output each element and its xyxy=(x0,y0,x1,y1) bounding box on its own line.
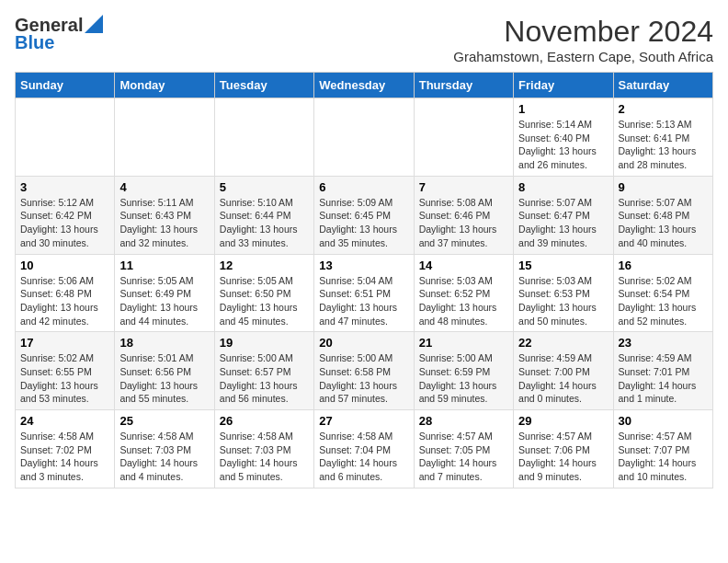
day-number: 22 xyxy=(518,336,608,350)
calendar-cell-1-5: 8Sunrise: 5:07 AM Sunset: 6:47 PM Daylig… xyxy=(514,176,613,254)
calendar-cell-2-5: 15Sunrise: 5:03 AM Sunset: 6:53 PM Dayli… xyxy=(514,254,613,332)
calendar-cell-1-0: 3Sunrise: 5:12 AM Sunset: 6:42 PM Daylig… xyxy=(16,176,115,254)
day-number: 26 xyxy=(220,414,309,428)
day-info: Sunrise: 5:14 AM Sunset: 6:40 PM Dayligh… xyxy=(518,118,608,172)
calendar-table: Sunday Monday Tuesday Wednesday Thursday… xyxy=(15,72,713,488)
day-number: 12 xyxy=(220,259,309,272)
day-info: Sunrise: 5:08 AM Sunset: 6:46 PM Dayligh… xyxy=(419,196,508,250)
day-info: Sunrise: 5:01 AM Sunset: 6:56 PM Dayligh… xyxy=(119,351,209,406)
day-info: Sunrise: 4:58 AM Sunset: 7:04 PM Dayligh… xyxy=(319,430,408,484)
header-thursday: Thursday xyxy=(414,73,513,98)
day-info: Sunrise: 5:07 AM Sunset: 6:48 PM Dayligh… xyxy=(619,196,708,250)
day-number: 15 xyxy=(518,259,608,272)
calendar-cell-4-6: 30Sunrise: 4:57 AM Sunset: 7:07 PM Dayli… xyxy=(613,410,712,488)
day-number: 6 xyxy=(319,180,408,194)
calendar-cell-4-5: 29Sunrise: 4:57 AM Sunset: 7:06 PM Dayli… xyxy=(514,410,613,488)
calendar-cell-3-6: 23Sunrise: 4:59 AM Sunset: 7:01 PM Dayli… xyxy=(613,332,712,410)
day-info: Sunrise: 5:00 AM Sunset: 6:57 PM Dayligh… xyxy=(220,351,309,406)
day-number: 20 xyxy=(319,336,408,350)
logo-triangle-icon xyxy=(85,15,103,33)
day-number: 3 xyxy=(20,180,109,194)
calendar-cell-2-0: 10Sunrise: 5:06 AM Sunset: 6:48 PM Dayli… xyxy=(16,254,115,332)
calendar-cell-4-2: 26Sunrise: 4:58 AM Sunset: 7:03 PM Dayli… xyxy=(214,410,313,488)
calendar-row-2: 10Sunrise: 5:06 AM Sunset: 6:48 PM Dayli… xyxy=(16,254,713,332)
day-info: Sunrise: 5:05 AM Sunset: 6:49 PM Dayligh… xyxy=(119,274,209,328)
day-number: 2 xyxy=(619,102,708,116)
calendar-row-3: 17Sunrise: 5:02 AM Sunset: 6:55 PM Dayli… xyxy=(16,332,713,410)
day-number: 18 xyxy=(119,336,209,350)
calendar-row-4: 24Sunrise: 4:58 AM Sunset: 7:02 PM Dayli… xyxy=(16,410,713,488)
calendar-row-0: 1Sunrise: 5:14 AM Sunset: 6:40 PM Daylig… xyxy=(16,98,713,177)
day-number: 28 xyxy=(419,414,508,428)
day-number: 19 xyxy=(220,336,309,350)
day-number: 25 xyxy=(119,414,209,428)
day-number: 5 xyxy=(220,180,309,194)
day-number: 13 xyxy=(319,259,408,272)
day-info: Sunrise: 5:05 AM Sunset: 6:50 PM Dayligh… xyxy=(220,274,309,328)
calendar-cell-4-3: 27Sunrise: 4:58 AM Sunset: 7:04 PM Dayli… xyxy=(314,410,414,488)
calendar-cell-0-4 xyxy=(414,98,513,177)
day-number: 17 xyxy=(20,336,109,350)
day-number: 7 xyxy=(419,180,508,194)
header-wednesday: Wednesday xyxy=(314,73,414,98)
day-info: Sunrise: 4:57 AM Sunset: 7:06 PM Dayligh… xyxy=(518,430,608,484)
calendar-cell-1-4: 7Sunrise: 5:08 AM Sunset: 6:46 PM Daylig… xyxy=(414,176,513,254)
day-number: 9 xyxy=(619,180,708,194)
day-number: 30 xyxy=(619,414,708,428)
calendar-cell-0-0 xyxy=(16,98,115,177)
calendar-row-1: 3Sunrise: 5:12 AM Sunset: 6:42 PM Daylig… xyxy=(16,176,713,254)
calendar-cell-2-4: 14Sunrise: 5:03 AM Sunset: 6:52 PM Dayli… xyxy=(414,254,513,332)
calendar-cell-1-6: 9Sunrise: 5:07 AM Sunset: 6:48 PM Daylig… xyxy=(613,176,712,254)
day-info: Sunrise: 4:57 AM Sunset: 7:07 PM Dayligh… xyxy=(619,430,708,484)
day-info: Sunrise: 4:58 AM Sunset: 7:02 PM Dayligh… xyxy=(20,430,109,484)
calendar-cell-2-2: 12Sunrise: 5:05 AM Sunset: 6:50 PM Dayli… xyxy=(214,254,313,332)
header-sunday: Sunday xyxy=(16,73,115,98)
day-info: Sunrise: 5:04 AM Sunset: 6:51 PM Dayligh… xyxy=(319,274,408,328)
calendar-cell-2-1: 11Sunrise: 5:05 AM Sunset: 6:49 PM Dayli… xyxy=(115,254,214,332)
calendar-cell-3-4: 21Sunrise: 5:00 AM Sunset: 6:59 PM Dayli… xyxy=(414,332,513,410)
day-number: 24 xyxy=(20,414,109,428)
calendar-cell-3-5: 22Sunrise: 4:59 AM Sunset: 7:00 PM Dayli… xyxy=(514,332,613,410)
calendar-cell-4-1: 25Sunrise: 4:58 AM Sunset: 7:03 PM Dayli… xyxy=(115,410,214,488)
day-info: Sunrise: 5:06 AM Sunset: 6:48 PM Dayligh… xyxy=(20,274,109,328)
calendar-cell-3-0: 17Sunrise: 5:02 AM Sunset: 6:55 PM Dayli… xyxy=(16,332,115,410)
calendar-cell-4-0: 24Sunrise: 4:58 AM Sunset: 7:02 PM Dayli… xyxy=(16,410,115,488)
calendar-cell-3-2: 19Sunrise: 5:00 AM Sunset: 6:57 PM Dayli… xyxy=(214,332,313,410)
calendar-cell-1-2: 5Sunrise: 5:10 AM Sunset: 6:44 PM Daylig… xyxy=(214,176,313,254)
day-info: Sunrise: 4:59 AM Sunset: 7:00 PM Dayligh… xyxy=(518,351,608,406)
title-area: November 2024 Grahamstown, Eastern Cape,… xyxy=(453,15,713,64)
calendar-cell-4-4: 28Sunrise: 4:57 AM Sunset: 7:05 PM Dayli… xyxy=(414,410,513,488)
day-number: 10 xyxy=(20,259,109,272)
header-saturday: Saturday xyxy=(613,73,712,98)
calendar-cell-3-1: 18Sunrise: 5:01 AM Sunset: 6:56 PM Dayli… xyxy=(115,332,214,410)
logo-blue: Blue xyxy=(15,32,54,53)
page-header: General Blue November 2024 Grahamstown, … xyxy=(15,15,713,64)
day-info: Sunrise: 4:57 AM Sunset: 7:05 PM Dayligh… xyxy=(419,430,508,484)
day-number: 27 xyxy=(319,414,408,428)
logo: General Blue xyxy=(15,15,103,53)
calendar-cell-0-3 xyxy=(314,98,414,177)
day-info: Sunrise: 4:58 AM Sunset: 7:03 PM Dayligh… xyxy=(119,430,209,484)
day-info: Sunrise: 4:58 AM Sunset: 7:03 PM Dayligh… xyxy=(220,430,309,484)
day-number: 8 xyxy=(518,180,608,194)
day-info: Sunrise: 5:09 AM Sunset: 6:45 PM Dayligh… xyxy=(319,196,408,250)
day-info: Sunrise: 4:59 AM Sunset: 7:01 PM Dayligh… xyxy=(619,351,708,406)
header-monday: Monday xyxy=(115,73,214,98)
day-info: Sunrise: 5:12 AM Sunset: 6:42 PM Dayligh… xyxy=(20,196,109,250)
day-info: Sunrise: 5:00 AM Sunset: 6:59 PM Dayligh… xyxy=(419,351,508,406)
header-tuesday: Tuesday xyxy=(214,73,313,98)
day-number: 16 xyxy=(619,259,708,272)
day-number: 21 xyxy=(419,336,508,350)
day-info: Sunrise: 5:03 AM Sunset: 6:53 PM Dayligh… xyxy=(518,274,608,328)
calendar-cell-1-3: 6Sunrise: 5:09 AM Sunset: 6:45 PM Daylig… xyxy=(314,176,414,254)
day-number: 14 xyxy=(419,259,508,272)
day-info: Sunrise: 5:13 AM Sunset: 6:41 PM Dayligh… xyxy=(619,118,708,172)
location: Grahamstown, Eastern Cape, South Africa xyxy=(453,49,713,64)
day-info: Sunrise: 5:02 AM Sunset: 6:54 PM Dayligh… xyxy=(619,274,708,328)
day-info: Sunrise: 5:10 AM Sunset: 6:44 PM Dayligh… xyxy=(220,196,309,250)
day-info: Sunrise: 5:07 AM Sunset: 6:47 PM Dayligh… xyxy=(518,196,608,250)
day-number: 29 xyxy=(518,414,608,428)
header-row: Sunday Monday Tuesday Wednesday Thursday… xyxy=(16,73,713,98)
calendar-cell-0-5: 1Sunrise: 5:14 AM Sunset: 6:40 PM Daylig… xyxy=(514,98,613,177)
day-number: 11 xyxy=(119,259,209,272)
